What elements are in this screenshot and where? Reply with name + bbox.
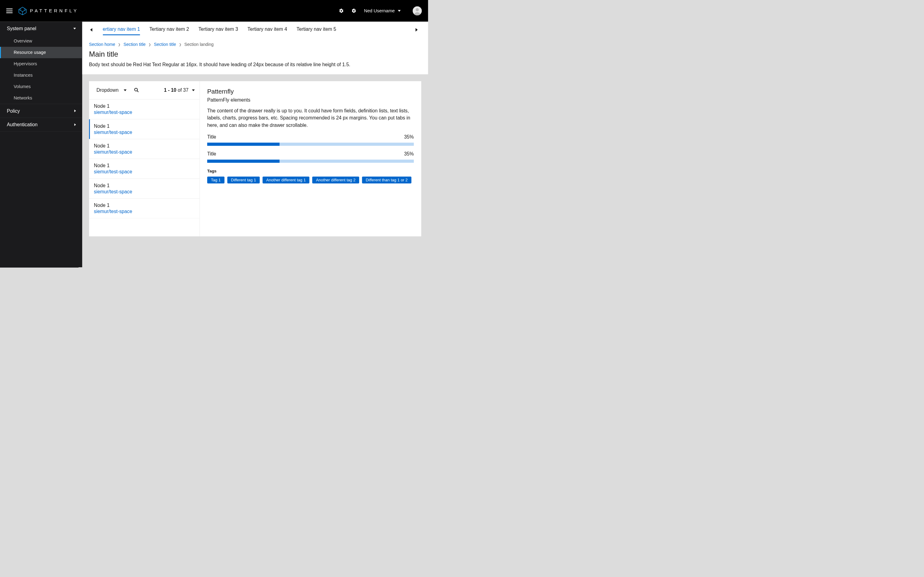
tag[interactable]: Another different tag 1 [263,177,309,184]
tertiary-nav: ertiary nav item 1Tertiary nav item 2Ter… [89,24,421,37]
nav-toggle-button[interactable] [6,9,12,13]
nav-section-policy: Policy [0,104,82,118]
chevron-right-icon [416,28,418,31]
progress-track [207,143,414,146]
brand-text: PATTERNFLY [30,8,79,14]
list-item[interactable]: Node 1siemur/test-space [89,198,200,218]
drawer-panel: Dropdown 1 - 10 of 37 N [89,81,421,237]
breadcrumb-current: Section landing [184,42,213,47]
masthead: PATTERNFLY Ned Username [0,0,428,21]
breadcrumb-sep-icon: ❯ [118,43,121,47]
nav-scroll-left-button[interactable] [89,28,94,31]
avatar[interactable] [413,6,422,15]
progress-label: Title [207,151,216,157]
tertiary-tab[interactable]: Tertiary nav item 5 [297,24,336,35]
node-name: Node 1 [94,143,195,149]
svg-point-4 [416,8,419,11]
node-name: Node 1 [94,123,195,129]
tags-label: Tags [207,169,414,173]
progress-value: 35% [404,151,414,157]
progress-fill [207,160,280,163]
page-description: Body text should be Red Hat Text Regular… [89,61,421,68]
sidebar-item[interactable]: Volumes [0,81,82,92]
search-button[interactable] [134,87,139,93]
node-subtext: siemur/test-space [94,129,195,135]
node-subtext: siemur/test-space [94,169,195,174]
chevron-down-icon [73,28,76,29]
tertiary-tab[interactable]: Tertiary nav item 3 [198,24,238,35]
node-subtext: siemur/test-space [94,209,195,214]
sidebar-item[interactable]: Hypervisors [0,58,82,69]
dropdown-label: Dropdown [97,87,119,93]
sidebar-item[interactable]: Overview [0,35,82,47]
list-item[interactable]: Node 1siemur/test-space [89,179,200,198]
breadcrumb: Section home ❯ Section title ❯ Section t… [89,42,421,47]
caret-down-icon [192,89,195,91]
tertiary-tab[interactable]: Tertiary nav item 4 [247,24,287,35]
main: ertiary nav item 1Tertiary nav item 2Ter… [82,21,428,267]
caret-down-icon [398,10,401,12]
list-toolbar: Dropdown 1 - 10 of 37 [89,81,200,100]
tag[interactable]: Different than tag 1 or 2 [362,177,411,184]
progress: Title35% [207,151,414,163]
sidebar-item[interactable]: Instances [0,69,82,81]
detail-subtitle: PatternFly elements [207,97,414,103]
nav-expand-system-panel[interactable]: System panel [0,21,82,35]
list-item[interactable]: Node 1siemur/test-space [89,159,200,179]
detail-panel: Patternfly PatternFly elements The conte… [200,81,421,237]
filter-dropdown[interactable]: Dropdown [97,87,127,93]
tertiary-tab[interactable]: Tertiary nav item 2 [149,24,189,35]
user-name: Ned Username [364,8,395,14]
settings-icon[interactable] [339,8,344,13]
pager-text: 1 - 10 of 37 [164,87,189,93]
tertiary-tab[interactable]: ertiary nav item 1 [103,24,140,35]
page-title: Main title [89,50,421,58]
breadcrumb-link[interactable]: Section title [124,42,146,47]
node-name: Node 1 [94,182,195,188]
progress: Title35% [207,134,414,146]
progress-fill [207,143,280,146]
chevron-left-icon [90,28,92,31]
sidebar: System panel OverviewResource usageHyper… [0,21,82,267]
tag[interactable]: Tag 1 [207,177,224,184]
nav-section-system-panel: System panel OverviewResource usageHyper… [0,21,82,104]
nav-scroll-right-button[interactable] [414,28,419,31]
list-item[interactable]: Node 1siemur/test-space [89,119,200,139]
user-dropdown[interactable]: Ned Username [364,8,401,14]
detail-title: Patternfly [207,88,414,95]
brand-logo-icon [18,6,27,15]
page-header: ertiary nav item 1Tertiary nav item 2Ter… [82,21,428,74]
nav-section-label: Policy [7,108,20,114]
content-region: Dropdown 1 - 10 of 37 N [82,74,428,267]
tag[interactable]: Different tag 1 [227,177,260,184]
chevron-right-icon [74,124,76,126]
sidebar-item[interactable]: Resource usage [0,47,82,58]
nav-section-label: Authentication [7,122,37,127]
sidebar-item[interactable]: Networks [0,92,82,104]
nav-expand-authentication[interactable]: Authentication [0,118,82,132]
list-panel: Dropdown 1 - 10 of 37 N [89,81,200,237]
caret-down-icon [124,89,127,91]
breadcrumb-sep-icon: ❯ [179,43,181,47]
nav-section-label: System panel [7,26,36,31]
svg-line-6 [137,90,139,92]
progress-track [207,160,414,163]
masthead-toolbar: Ned Username [339,6,422,15]
node-name: Node 1 [94,203,195,208]
chevron-right-icon [74,110,76,112]
progress-value: 35% [404,134,414,140]
breadcrumb-link[interactable]: Section home [89,42,115,47]
detail-body: The content of the drawer really is up t… [207,107,414,129]
pagination-dropdown[interactable]: 1 - 10 of 37 [164,87,195,93]
nav-expand-policy[interactable]: Policy [0,104,82,118]
node-name: Node 1 [94,103,195,109]
progress-label: Title [207,134,216,140]
brand: PATTERNFLY [18,6,79,15]
tag[interactable]: Another different tag 2 [312,177,359,184]
breadcrumb-link[interactable]: Section title [154,42,176,47]
list-item[interactable]: Node 1siemur/test-space [89,139,200,159]
node-subtext: siemur/test-space [94,149,195,155]
svg-point-5 [135,88,137,91]
settings-icon-2[interactable] [352,8,356,13]
list-item[interactable]: Node 1siemur/test-space [89,100,200,119]
